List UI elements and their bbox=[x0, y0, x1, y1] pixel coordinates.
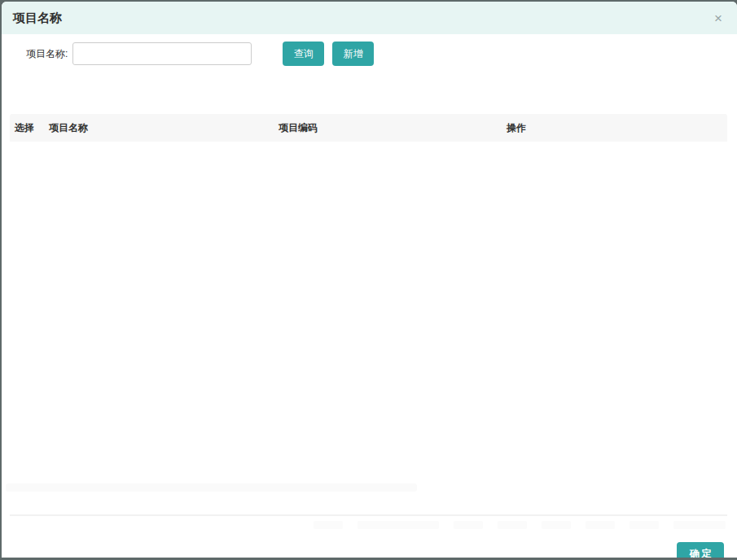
pagination-placeholder bbox=[630, 521, 659, 529]
project-name-input[interactable] bbox=[72, 42, 252, 65]
dialog-body: 项目名称: 查询 新增 选择 项目名称 项目编码 操作 bbox=[2, 34, 737, 531]
confirm-button[interactable]: 确定 bbox=[677, 542, 724, 558]
table-body-empty bbox=[10, 142, 727, 516]
pagination-placeholder bbox=[454, 521, 483, 529]
pagination-placeholder bbox=[498, 521, 527, 529]
column-header-action: 操作 bbox=[502, 121, 727, 135]
add-button[interactable]: 新增 bbox=[332, 42, 374, 66]
search-form-row: 项目名称: 查询 新增 bbox=[2, 34, 737, 97]
project-table: 选择 项目名称 项目编码 操作 bbox=[10, 114, 727, 516]
footer-shadow-decoration bbox=[6, 483, 417, 492]
dialog-header: 项目名称 × bbox=[2, 2, 737, 34]
pagination-placeholder bbox=[673, 521, 726, 529]
dialog-title: 项目名称 bbox=[13, 11, 62, 26]
close-icon[interactable]: × bbox=[711, 10, 726, 27]
pagination-placeholder bbox=[358, 521, 439, 529]
column-header-select: 选择 bbox=[10, 121, 44, 135]
column-header-project-name: 项目名称 bbox=[44, 121, 274, 135]
project-name-label: 项目名称: bbox=[26, 42, 68, 65]
pagination-placeholder bbox=[314, 521, 343, 529]
pagination-bar bbox=[2, 516, 737, 531]
column-header-project-code: 项目编码 bbox=[274, 121, 502, 135]
dialog-footer: 确定 bbox=[2, 531, 737, 558]
table-header-row: 选择 项目名称 项目编码 操作 bbox=[10, 114, 727, 142]
pagination-placeholder bbox=[586, 521, 615, 529]
search-form-inner: 项目名称: 查询 新增 bbox=[26, 42, 374, 66]
pagination-placeholder bbox=[542, 521, 571, 529]
query-button[interactable]: 查询 bbox=[283, 42, 324, 66]
project-name-dialog: 项目名称 × 项目名称: 查询 新增 选择 项目名称 项目编码 操作 bbox=[2, 2, 737, 558]
